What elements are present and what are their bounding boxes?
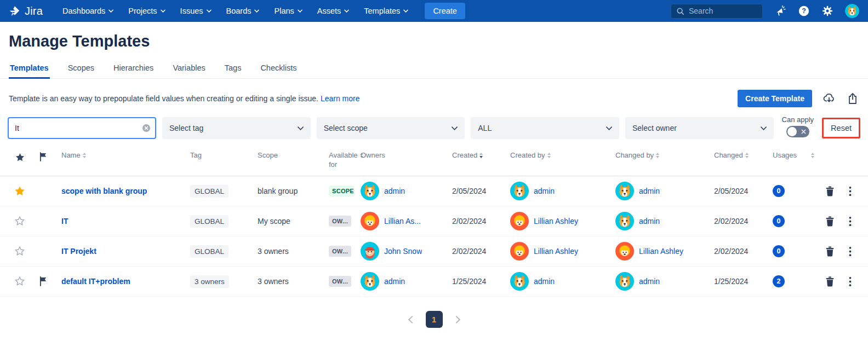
col-header-scope[interactable]: Scope xyxy=(251,151,322,160)
clear-search-icon[interactable] xyxy=(142,124,151,132)
gear-icon[interactable] xyxy=(821,5,833,17)
col-header-tag[interactable]: Tag xyxy=(184,151,251,160)
scope-select[interactable]: Select scope xyxy=(317,117,465,139)
template-name-link[interactable]: scope with blank group xyxy=(61,187,147,195)
owner-select[interactable]: Select owner xyxy=(625,117,774,139)
template-name-link[interactable]: IT Projekt xyxy=(61,247,96,256)
template-search-input[interactable] xyxy=(8,117,156,139)
col-header-created[interactable]: Created xyxy=(446,151,504,160)
reset-button[interactable]: Reset xyxy=(822,118,860,138)
created-by-link[interactable]: admin xyxy=(534,277,555,286)
star-icon-outline[interactable] xyxy=(13,215,26,228)
tab-variables[interactable]: Variables xyxy=(172,60,206,79)
create-button[interactable]: Create xyxy=(425,3,465,19)
flag-icon xyxy=(39,152,48,161)
star-icon-outline[interactable] xyxy=(13,275,26,288)
nav-projects[interactable]: Projects xyxy=(128,7,165,15)
created-date: 1/25/2024 xyxy=(446,277,504,286)
tab-checklists[interactable]: Checklists xyxy=(259,60,298,79)
user-avatar[interactable] xyxy=(845,4,859,18)
next-page-icon[interactable] xyxy=(452,315,460,323)
apply-select[interactable]: ALL xyxy=(471,117,619,139)
usages-badge[interactable]: 0 xyxy=(773,215,785,227)
created-by-avatar xyxy=(510,242,529,261)
changed-by-link[interactable]: admin xyxy=(639,217,660,225)
kebab-menu-icon[interactable] xyxy=(844,245,856,257)
col-header-available-for[interactable]: Available for xyxy=(322,151,354,170)
tag-select[interactable]: Select tag xyxy=(162,117,311,139)
star-icon-outline[interactable] xyxy=(13,245,26,258)
tab-tags[interactable]: Tags xyxy=(224,60,243,79)
owner-link[interactable]: admin xyxy=(384,277,405,286)
nav-issues[interactable]: Issues xyxy=(180,7,212,15)
tab-templates[interactable]: Templates xyxy=(9,60,50,79)
usages-badge[interactable]: 0 xyxy=(773,185,785,197)
kebab-menu-icon[interactable] xyxy=(844,215,856,227)
nav-plans[interactable]: Plans xyxy=(274,7,302,15)
export-icon[interactable] xyxy=(846,92,859,105)
svg-text:?: ? xyxy=(802,7,806,15)
kebab-menu-icon[interactable] xyxy=(844,185,856,197)
current-page-button[interactable]: 1 xyxy=(426,311,443,328)
col-header-changed[interactable]: Changed xyxy=(707,151,766,160)
changed-by-link[interactable]: Lillian Ashley xyxy=(639,247,683,256)
help-icon[interactable]: ? xyxy=(798,5,810,17)
import-icon[interactable] xyxy=(823,92,836,105)
nav-dashboards[interactable]: Dashboards xyxy=(62,7,113,15)
trash-icon[interactable] xyxy=(824,185,836,197)
megaphone-icon[interactable] xyxy=(774,5,786,17)
tab-scopes[interactable]: Scopes xyxy=(67,60,95,79)
created-by-link[interactable]: Lillian Ashley xyxy=(534,217,578,225)
search-icon xyxy=(676,7,684,15)
trash-icon[interactable] xyxy=(824,275,836,287)
scope-value: blank group xyxy=(251,187,322,195)
owner-avatar xyxy=(361,212,379,230)
owner-link[interactable]: admin xyxy=(384,187,405,195)
tag-badge: 3 owners xyxy=(190,275,229,288)
chevron-down-icon xyxy=(108,9,113,14)
col-header-usages[interactable]: Usages xyxy=(766,151,810,160)
main-menu: Dashboards Projects Issues Boards Plans … xyxy=(62,7,408,15)
owner-avatar xyxy=(361,182,379,200)
can-apply-toggle[interactable] xyxy=(786,126,809,137)
chevron-down-icon xyxy=(254,9,259,14)
chevron-down-icon xyxy=(452,125,458,131)
template-name-link[interactable]: default IT+problem xyxy=(61,277,130,286)
global-search[interactable] xyxy=(671,4,763,19)
prev-page-icon[interactable] xyxy=(408,315,415,323)
tag-badge: GLOBAL xyxy=(190,185,229,198)
kebab-menu-icon[interactable] xyxy=(844,275,856,287)
chevron-down-icon xyxy=(761,125,767,131)
pagination: 1 xyxy=(0,311,868,328)
usages-badge[interactable]: 2 xyxy=(773,275,785,287)
changed-date: 1/25/2024 xyxy=(707,277,766,286)
owner-link[interactable]: Lillian As... xyxy=(384,217,421,225)
sort-icon xyxy=(745,153,749,158)
flag-column-header[interactable] xyxy=(32,151,55,161)
col-header-changed-by[interactable]: Changed by xyxy=(609,151,707,160)
learn-more-link[interactable]: Learn more xyxy=(321,94,360,103)
nav-assets[interactable]: Assets xyxy=(317,7,350,15)
create-template-button[interactable]: Create Template xyxy=(738,90,812,107)
col-header-owners[interactable]: Owners xyxy=(354,151,446,160)
changed-by-link[interactable]: admin xyxy=(639,187,660,195)
created-by-link[interactable]: Lillian Ashley xyxy=(534,247,578,256)
template-name-link[interactable]: IT xyxy=(61,217,68,225)
star-column-header[interactable] xyxy=(8,151,32,163)
scope-value: 3 owners xyxy=(251,247,322,256)
changed-by-link[interactable]: admin xyxy=(639,277,660,286)
nav-boards[interactable]: Boards xyxy=(226,7,260,15)
trash-icon[interactable] xyxy=(824,215,836,227)
search-input[interactable] xyxy=(689,7,749,15)
usages-badge[interactable]: 0 xyxy=(773,245,785,257)
tab-hierarchies[interactable]: Hierarchies xyxy=(112,60,155,79)
col-header-name[interactable]: Name xyxy=(55,151,184,160)
owner-link[interactable]: John Snow xyxy=(384,247,422,256)
col-header-created-by[interactable]: Created by xyxy=(504,151,609,160)
created-by-link[interactable]: admin xyxy=(534,187,555,195)
star-icon-filled[interactable] xyxy=(13,184,26,198)
jira-logo[interactable]: Jira xyxy=(9,5,43,18)
flag-icon-filled[interactable] xyxy=(37,275,50,288)
nav-templates[interactable]: Templates xyxy=(364,7,408,15)
trash-icon[interactable] xyxy=(824,245,836,257)
